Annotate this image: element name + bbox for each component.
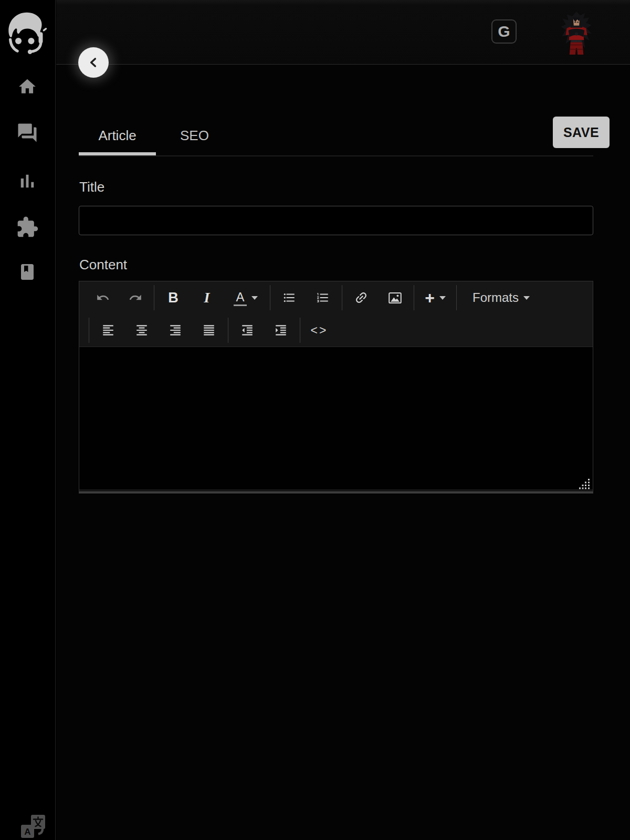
outdent-icon [240, 323, 254, 337]
tab-article[interactable]: Article [79, 116, 156, 155]
link-icon [354, 290, 369, 305]
bullet-list-button[interactable] [272, 284, 306, 311]
translate-button[interactable]: A [20, 815, 48, 840]
content-editable-area[interactable] [79, 346, 593, 489]
bold-label: B [168, 290, 178, 306]
numbered-list-icon [316, 291, 330, 304]
align-justify-icon [202, 323, 216, 337]
align-left-icon [101, 323, 115, 337]
toolbar-separator [154, 285, 154, 310]
formats-label: Formats [472, 290, 519, 305]
save-button[interactable]: SAVE [553, 117, 610, 148]
formats-dropdown[interactable]: Formats [459, 284, 539, 311]
app-root: { "sidebar": { "logo_icon": "support-age… [0, 0, 630, 840]
plus-icon: + [425, 289, 435, 306]
undo-button[interactable] [87, 284, 119, 311]
source-code-button[interactable]: <> [302, 317, 336, 344]
google-button[interactable]: G [491, 19, 517, 44]
svg-text:A: A [24, 827, 30, 837]
editor-toolbar-row1: B I A [79, 281, 593, 314]
text-color-button[interactable]: A [224, 284, 268, 311]
align-left-button[interactable] [91, 317, 125, 344]
sidebar-item-home[interactable] [15, 74, 40, 99]
tab-bar: Article SEO [79, 116, 593, 156]
toolbar-separator [300, 318, 300, 343]
chat-icon [16, 122, 38, 144]
undo-icon [96, 291, 110, 304]
indent-icon [274, 323, 288, 337]
user-avatar[interactable] [559, 10, 594, 56]
bullet-list-icon [282, 291, 296, 304]
title-input[interactable] [79, 206, 593, 235]
align-justify-button[interactable] [192, 317, 226, 344]
chevron-down-icon [251, 296, 258, 300]
madara-avatar-icon [559, 10, 594, 56]
align-center-button[interactable] [125, 317, 159, 344]
sidebar: A [0, 0, 56, 840]
bar-chart-icon [16, 170, 38, 192]
code-icon: <> [311, 323, 328, 338]
chevron-down-icon [523, 296, 530, 300]
insert-more-button[interactable]: + [416, 284, 454, 311]
puzzle-icon [16, 216, 39, 239]
chevron-down-icon [439, 296, 446, 300]
title-label: Title [79, 179, 104, 195]
home-icon [17, 77, 37, 97]
toolbar-separator [414, 285, 414, 310]
translate-icon: A [20, 815, 48, 840]
redo-icon [129, 291, 142, 304]
sidebar-item-chats[interactable] [15, 120, 40, 145]
align-right-button[interactable] [159, 317, 192, 344]
text-color-label: A [234, 290, 246, 306]
toolbar-separator [456, 285, 457, 310]
bold-button[interactable]: B [156, 284, 190, 311]
sidebar-item-analytics[interactable] [15, 169, 40, 194]
image-icon [388, 291, 402, 305]
toolbar-separator [228, 318, 228, 343]
app-logo-button[interactable] [3, 8, 51, 59]
toolbar-separator [89, 318, 89, 343]
tab-seo[interactable]: SEO [156, 116, 233, 155]
sidebar-item-articles[interactable] [15, 259, 40, 285]
rich-text-editor: B I A [79, 281, 593, 494]
outdent-button[interactable] [230, 317, 264, 344]
sidebar-item-integrations[interactable] [15, 215, 40, 240]
numbered-list-button[interactable] [306, 284, 340, 311]
content-label: Content [79, 257, 127, 273]
align-center-icon [135, 323, 149, 337]
editor-toolbar-row2: <> [79, 314, 593, 346]
indent-button[interactable] [264, 317, 298, 344]
top-header [56, 0, 630, 65]
bookmark-icon [18, 262, 37, 281]
italic-button[interactable]: I [190, 284, 224, 311]
align-right-icon [169, 323, 182, 337]
toolbar-separator [342, 285, 342, 310]
editor-resize-handle[interactable] [579, 479, 591, 490]
insert-link-button[interactable] [344, 284, 378, 311]
support-agent-logo-icon [3, 9, 51, 58]
italic-label: I [204, 289, 210, 306]
toolbar-separator [270, 285, 270, 310]
chevron-left-icon [87, 56, 100, 69]
insert-image-button[interactable] [378, 284, 412, 311]
redo-button[interactable] [119, 284, 152, 311]
back-button[interactable] [78, 47, 109, 78]
